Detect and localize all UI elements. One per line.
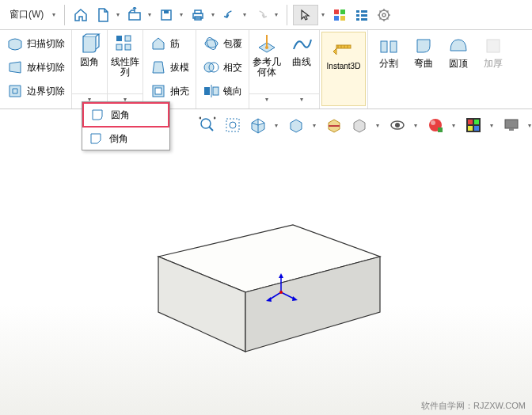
print-icon[interactable] — [188, 5, 208, 25]
zoom-area-icon[interactable] — [222, 114, 244, 136]
dropdown-icon[interactable]: ▾ — [241, 11, 249, 18]
separator — [64, 5, 65, 25]
separator — [287, 5, 287, 25]
svg-rect-33 — [381, 41, 387, 52]
popup-item-label: 圆角 — [111, 109, 130, 122]
dropdown-icon[interactable]: ▾ — [114, 11, 122, 18]
fillet-button[interactable]: 圆角 — [72, 30, 107, 93]
svg-rect-38 — [226, 119, 239, 131]
svg-rect-27 — [204, 87, 210, 95]
dropdown-icon[interactable]: ▾ — [488, 122, 496, 129]
ribbon: 扫描切除 放样切除 边界切除 圆角 ▾ 线性阵 列 ▾ 筋 拔模 抽壳 包覆 相… — [0, 30, 532, 109]
watermark-text: 软件自学网：RJZXW.COM — [421, 400, 526, 412]
view-orientation-icon[interactable] — [247, 114, 269, 136]
dropdown-icon[interactable]: ▾ — [319, 11, 327, 18]
cut-group: 扫描切除 放样切除 边界切除 — [0, 30, 72, 109]
pattern-group: 线性阵 列 ▾ — [108, 30, 143, 109]
svg-rect-50 — [474, 126, 479, 131]
curves-button[interactable]: 曲线 — [284, 30, 319, 93]
section-view-icon[interactable] — [323, 114, 345, 136]
fillet-popup-menu: 圆角 倒角 — [82, 101, 170, 150]
modify-group: 筋 拔模 抽壳 — [143, 30, 196, 109]
dropdown-icon[interactable]: ▾ — [272, 122, 280, 129]
svg-rect-19 — [116, 44, 122, 50]
display-state-icon[interactable] — [348, 114, 370, 136]
wrap-button[interactable]: 包覆 — [200, 33, 245, 54]
new-icon[interactable] — [93, 5, 113, 25]
loft-cut-button[interactable]: 放样切除 — [3, 57, 68, 78]
save-icon[interactable] — [156, 5, 177, 25]
svg-rect-48 — [474, 120, 479, 124]
appearance-icon[interactable] — [424, 114, 446, 136]
hide-show-icon[interactable] — [386, 114, 408, 136]
dropdown-icon[interactable]: ▾ — [412, 122, 420, 129]
display-style-icon[interactable] — [285, 114, 307, 136]
mirror-button[interactable]: 镜向 — [200, 81, 245, 101]
popup-fillet-item[interactable]: 圆角 — [82, 102, 169, 128]
home-icon[interactable] — [70, 5, 91, 25]
zoom-fit-icon[interactable] — [196, 114, 218, 136]
dropdown-icon[interactable]: ▾ — [310, 122, 318, 129]
bend-button[interactable]: 弯曲 — [406, 32, 441, 106]
reference-group: 参考几 何体▾ 曲线▾ — [249, 30, 320, 109]
dropdown-icon[interactable]: ▾ — [526, 122, 532, 129]
svg-rect-49 — [468, 126, 473, 131]
svg-rect-47 — [468, 120, 473, 124]
svg-point-42 — [395, 123, 400, 128]
svg-rect-10 — [361, 10, 367, 13]
svg-rect-14 — [361, 18, 367, 21]
dropdown-icon[interactable]: ▾ — [146, 11, 154, 18]
select-icon[interactable] — [293, 5, 318, 25]
dropdown-icon[interactable]: ▾ — [50, 11, 58, 18]
split-button[interactable]: 分割 — [371, 32, 406, 106]
draft-button[interactable]: 拔模 — [146, 57, 192, 78]
svg-point-44 — [431, 120, 435, 125]
svg-rect-32 — [336, 45, 351, 48]
svg-rect-7 — [334, 16, 339, 21]
curves-dropdown[interactable]: ▾ — [284, 93, 319, 105]
svg-point-31 — [265, 46, 268, 49]
scan-cut-button[interactable]: 扫描切除 — [3, 33, 68, 54]
graphics-area[interactable] — [0, 138, 532, 415]
ref-geom-dropdown[interactable]: ▾ — [249, 93, 284, 105]
list-icon[interactable] — [352, 5, 372, 25]
svg-rect-51 — [505, 120, 518, 128]
popup-chamfer-item[interactable]: 倒角 — [82, 128, 169, 150]
dome-button[interactable]: 圆顶 — [441, 32, 476, 106]
scene-icon[interactable] — [462, 114, 484, 136]
dropdown-icon[interactable]: ▾ — [209, 11, 217, 18]
top-toolbar: 窗口(W) ▾ ▾ ▾ ▾ ▾ ▾ ▾ ▾ — [0, 0, 532, 30]
svg-rect-34 — [390, 41, 397, 52]
svg-rect-13 — [356, 18, 359, 21]
window-menu[interactable]: 窗口(W) — [3, 8, 50, 21]
svg-rect-20 — [125, 44, 131, 50]
svg-rect-52 — [509, 128, 514, 131]
ref-geom-button[interactable]: 参考几 何体 — [249, 30, 284, 93]
svg-rect-28 — [213, 87, 218, 95]
dropdown-icon[interactable]: ▾ — [272, 11, 280, 18]
svg-point-39 — [230, 122, 236, 128]
model-view — [0, 138, 532, 415]
dropdown-icon[interactable]: ▾ — [374, 122, 382, 129]
intersect-button[interactable]: 相交 — [200, 57, 245, 78]
undo-icon[interactable] — [219, 5, 240, 25]
redo-icon[interactable] — [251, 5, 272, 25]
linear-pattern-button[interactable]: 线性阵 列 — [108, 30, 142, 93]
popup-item-label: 倒角 — [109, 132, 128, 146]
svg-rect-1 — [164, 10, 169, 13]
svg-rect-8 — [340, 16, 345, 21]
color-icon[interactable] — [329, 5, 350, 25]
svg-rect-22 — [155, 88, 162, 94]
screen-icon[interactable] — [500, 114, 522, 136]
rib-button[interactable]: 筋 — [146, 33, 183, 54]
settings-icon[interactable] — [374, 5, 394, 25]
svg-rect-17 — [116, 36, 122, 41]
svg-rect-9 — [356, 10, 359, 13]
svg-rect-5 — [334, 10, 339, 14]
dropdown-icon[interactable]: ▾ — [177, 11, 185, 18]
boundary-cut-button[interactable]: 边界切除 — [3, 81, 68, 101]
dropdown-icon[interactable]: ▾ — [450, 122, 458, 129]
shell-button[interactable]: 抽壳 — [146, 81, 192, 101]
instant3d-button[interactable]: Instant3D — [321, 32, 366, 106]
open-icon[interactable] — [124, 5, 145, 25]
